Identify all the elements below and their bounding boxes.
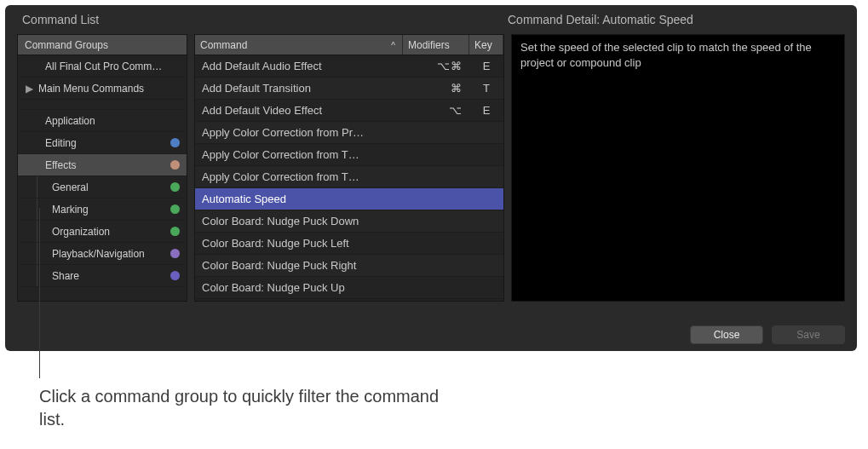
command-detail-text: Set the speed of the selected clip to ma… xyxy=(520,41,812,69)
table-row[interactable]: Color Board: Nudge Puck Left xyxy=(195,233,503,255)
command-list-title: Command List xyxy=(17,13,494,26)
sidebar-item[interactable]: Marking xyxy=(18,199,187,221)
detail-title-prefix: Command Detail: xyxy=(508,13,602,26)
column-header-command-label: Command xyxy=(200,39,247,51)
table-row[interactable]: Color Board: Nudge Puck Up xyxy=(195,277,503,299)
command-groups-sidebar: Command Groups All Final Cut Pro Comm…▶M… xyxy=(17,34,187,302)
command-name-cell: Add Default Audio Effect xyxy=(195,60,403,72)
command-groups-list: All Final Cut Pro Comm…▶Main Menu Comman… xyxy=(18,55,187,287)
sidebar-item-label: Marking xyxy=(52,204,165,216)
sidebar-item[interactable]: Effects xyxy=(18,154,187,176)
sidebar-item[interactable]: Organization xyxy=(18,221,187,243)
command-name-cell: Add Default Transition xyxy=(195,82,403,95)
sidebar-item-label: General xyxy=(52,181,165,193)
sidebar-item-label: Effects xyxy=(45,159,165,171)
command-name-cell: Color Board: Nudge Puck Left xyxy=(195,237,403,250)
command-name-cell: Color Board: Nudge Puck Up xyxy=(195,281,403,294)
sidebar-item[interactable]: Playback/Navigation xyxy=(18,243,187,265)
column-header-command[interactable]: Command ^ xyxy=(195,35,403,55)
tree-line xyxy=(37,243,37,264)
callout-leader-line xyxy=(39,208,40,378)
sidebar-item[interactable]: Editing xyxy=(18,132,187,154)
table-row[interactable]: Apply Color Correction from T… xyxy=(195,144,503,166)
table-row[interactable]: Automatic Speed xyxy=(195,188,503,210)
category-color-dot xyxy=(170,227,180,236)
sidebar-item-label: All Final Cut Pro Comm… xyxy=(45,60,180,72)
table-row[interactable]: Apply Color Correction from Pr… xyxy=(195,122,503,144)
table-row[interactable]: Add Default Audio Effect⌥⌘E xyxy=(195,55,503,78)
command-name-cell: Color Board: Nudge Puck Right xyxy=(195,259,403,272)
table-row[interactable]: Add Default Video Effect⌥E xyxy=(195,100,503,122)
panel-columns: Command Groups All Final Cut Pro Comm…▶M… xyxy=(17,34,845,302)
disclosure-triangle-icon[interactable]: ▶ xyxy=(25,84,33,93)
panel-footer: Close Save xyxy=(690,325,845,344)
command-name-cell: Color Board: Nudge Puck Down xyxy=(195,215,403,227)
sidebar-item[interactable]: General xyxy=(18,176,187,199)
tree-line xyxy=(37,221,37,242)
save-button: Save xyxy=(772,325,845,344)
sort-ascending-icon: ^ xyxy=(391,40,395,49)
sidebar-item[interactable]: All Final Cut Pro Comm… xyxy=(18,55,187,78)
column-header-modifiers[interactable]: Modifiers xyxy=(403,35,469,55)
sidebar-item[interactable]: Share xyxy=(18,265,187,287)
command-table-header: Command ^ Modifiers Key xyxy=(195,35,503,55)
command-table: Command ^ Modifiers Key Add Default Audi… xyxy=(194,34,504,302)
sidebar-item-label: Share xyxy=(52,270,165,282)
command-detail-title: Command Detail: Automatic Speed xyxy=(504,13,845,26)
sidebar-spacer xyxy=(18,100,187,110)
category-color-dot xyxy=(170,138,180,147)
tree-line xyxy=(37,176,37,198)
sidebar-item[interactable]: ▶Main Menu Commands xyxy=(18,78,187,100)
detail-title-name: Automatic Speed xyxy=(602,13,693,26)
command-key-cell: T xyxy=(469,82,503,95)
table-row[interactable]: Apply Color Correction from T… xyxy=(195,166,503,188)
sidebar-item-label: Main Menu Commands xyxy=(38,83,180,95)
command-modifiers-cell: ⌥ xyxy=(403,104,469,117)
sidebar-item-label: Editing xyxy=(45,137,165,149)
command-name-cell: Apply Color Correction from T… xyxy=(195,170,403,183)
command-name-cell: Apply Color Correction from T… xyxy=(195,148,403,161)
close-button[interactable]: Close xyxy=(690,325,763,344)
column-header-key[interactable]: Key xyxy=(469,35,503,55)
command-name-cell: Add Default Video Effect xyxy=(195,104,403,117)
command-list-panel: Command List Command Detail: Automatic S… xyxy=(5,5,857,351)
panel-titles-row: Command List Command Detail: Automatic S… xyxy=(17,10,845,29)
sidebar-item-label: Application xyxy=(45,115,180,127)
category-color-dot xyxy=(170,249,180,258)
command-key-cell: E xyxy=(469,60,503,72)
command-name-cell: Automatic Speed xyxy=(195,193,403,205)
sidebar-item-label: Organization xyxy=(52,226,165,238)
tree-line xyxy=(37,265,37,286)
table-row[interactable]: Add Default Transition⌘T xyxy=(195,78,503,100)
category-color-dot xyxy=(170,204,180,214)
command-table-body: Add Default Audio Effect⌥⌘EAdd Default T… xyxy=(195,55,503,299)
table-row[interactable]: Color Board: Nudge Puck Down xyxy=(195,210,503,233)
category-color-dot xyxy=(170,160,180,170)
tree-line xyxy=(37,199,37,220)
command-detail-pane: Set the speed of the selected clip to ma… xyxy=(511,34,845,302)
category-color-dot xyxy=(170,182,180,192)
table-row[interactable]: Color Board: Nudge Puck Right xyxy=(195,255,503,277)
sidebar-item[interactable]: Application xyxy=(18,110,187,132)
command-groups-header[interactable]: Command Groups xyxy=(18,35,187,55)
category-color-dot xyxy=(170,271,180,280)
command-modifiers-cell: ⌘ xyxy=(403,82,469,95)
sidebar-item-label: Playback/Navigation xyxy=(52,248,165,260)
command-name-cell: Apply Color Correction from Pr… xyxy=(195,126,403,139)
callout-text: Click a command group to quickly filter … xyxy=(39,385,448,431)
command-modifiers-cell: ⌥⌘ xyxy=(403,60,469,72)
command-key-cell: E xyxy=(469,104,503,117)
